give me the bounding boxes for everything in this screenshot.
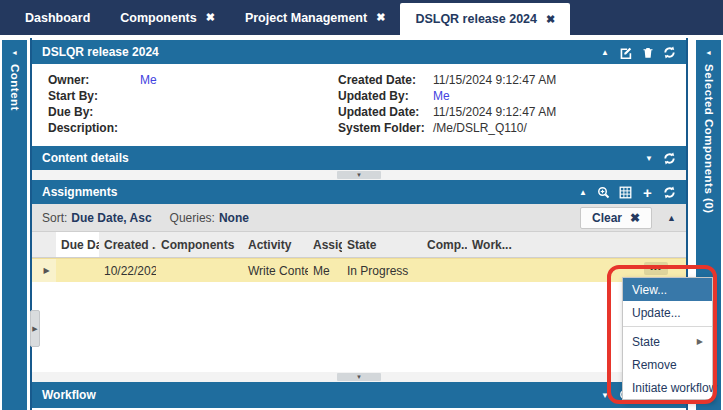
refresh-icon[interactable] bbox=[663, 46, 676, 59]
queries-label: Queries: bbox=[170, 211, 215, 225]
panel-header-content-details: Content details ▼ bbox=[32, 146, 686, 170]
col-header-due-date[interactable]: Due Date bbox=[56, 232, 99, 257]
field-label: Updated By: bbox=[338, 88, 433, 104]
content-rail-label: Content bbox=[9, 64, 21, 111]
panel-title: Workflow bbox=[42, 388, 96, 402]
sidebar-content-rail[interactable]: ◄ Content bbox=[2, 40, 27, 410]
menu-item-label: Remove bbox=[632, 358, 677, 372]
tab-project-management[interactable]: Project Management ✖ bbox=[230, 0, 400, 35]
cell-workflow bbox=[467, 259, 512, 282]
col-header-assigned[interactable]: Assig... bbox=[308, 232, 342, 257]
menu-item-remove[interactable]: Remove bbox=[623, 353, 712, 376]
menu-item-label: Update... bbox=[632, 306, 681, 320]
cell-created: 10/22/2025... bbox=[99, 259, 156, 282]
menu-item-state[interactable]: State ▶ bbox=[623, 330, 712, 353]
field-label: System Folder: bbox=[338, 120, 433, 136]
col-header-created[interactable]: Created ... bbox=[99, 232, 156, 257]
grip-arrow-icon: ▼ bbox=[356, 172, 362, 178]
main-content: DSLQR release 2024 ▲ Owner:Me Start By: … bbox=[30, 38, 688, 410]
tab-label: Project Management bbox=[245, 11, 367, 25]
assignments-table-header: Due Date Created ... Components Activity… bbox=[32, 232, 686, 258]
col-header-completed[interactable]: Comp... bbox=[422, 232, 467, 257]
refresh-icon[interactable] bbox=[663, 152, 676, 165]
clear-label: Clear bbox=[592, 211, 622, 225]
clear-button[interactable]: Clear ✖ bbox=[580, 207, 652, 229]
selected-components-label: Selected Components (0) bbox=[703, 64, 715, 214]
field-label: Due By: bbox=[48, 104, 140, 120]
project-details: Owner:Me Start By: Due By: Description: … bbox=[32, 64, 686, 144]
panel-title: Assignments bbox=[42, 185, 117, 199]
col-header-workflow[interactable]: Work... bbox=[467, 232, 512, 257]
cell-due-date bbox=[56, 259, 99, 282]
panel-header-workflow: Workflow ▼ + bbox=[32, 382, 686, 408]
zoom-icon[interactable] bbox=[597, 186, 610, 199]
sort-value[interactable]: Due Date, Asc bbox=[71, 211, 151, 225]
refresh-icon[interactable] bbox=[663, 186, 676, 199]
field-value: /Me/DSLR_Q110/ bbox=[433, 120, 527, 136]
assignments-toolbar: Sort: Due Date, Asc Queries: None Clear … bbox=[32, 204, 686, 232]
menu-item-update[interactable]: Update... bbox=[623, 301, 712, 324]
cell-state: In Progress bbox=[342, 259, 422, 282]
close-icon[interactable]: ✖ bbox=[546, 13, 555, 26]
collapse-icon[interactable]: ▲ bbox=[600, 46, 610, 59]
close-icon: ✖ bbox=[630, 211, 640, 225]
table-row[interactable]: ▶ 10/22/2025... Write Content Me In Prog… bbox=[32, 258, 686, 282]
ellipsis-glyph: ••• bbox=[650, 265, 661, 273]
row-actions-ellipsis-icon[interactable]: ••• bbox=[644, 262, 668, 275]
collapse-right-icon: ◄ bbox=[705, 48, 712, 58]
left-splitter-handle[interactable]: ▶ bbox=[30, 310, 40, 347]
row-expander-icon[interactable]: ▶ bbox=[32, 259, 56, 282]
cell-activity: Write Content bbox=[243, 259, 308, 282]
col-header-expander bbox=[32, 232, 56, 257]
panel-title: DSLQR release 2024 bbox=[42, 45, 159, 59]
add-icon[interactable]: + bbox=[641, 186, 654, 199]
tab-bar: Dashboard Components ✖ Project Managemen… bbox=[0, 0, 723, 35]
col-header-components[interactable]: Components bbox=[156, 232, 243, 257]
field-label: Description: bbox=[48, 120, 140, 136]
updated-by-link[interactable]: Me bbox=[433, 88, 450, 104]
expand-icon[interactable]: ▼ bbox=[600, 389, 610, 402]
panel-title: Content details bbox=[42, 151, 129, 165]
collapse-left-icon: ◄ bbox=[11, 48, 18, 58]
expand-icon[interactable]: ▼ bbox=[644, 152, 654, 165]
field-label: Updated Date: bbox=[338, 104, 433, 120]
menu-separator bbox=[623, 326, 712, 327]
horizontal-splitter: ▼ bbox=[32, 170, 686, 180]
menu-item-view[interactable]: View... bbox=[623, 278, 712, 301]
close-icon[interactable]: ✖ bbox=[376, 11, 385, 24]
edit-icon[interactable] bbox=[619, 46, 632, 59]
menu-item-initiate-workflow[interactable]: Initiate workflow bbox=[623, 376, 712, 399]
tab-dslqr-release-2024[interactable]: DSLQR release 2024 ✖ bbox=[400, 3, 570, 35]
submenu-arrow-icon: ▶ bbox=[697, 337, 703, 346]
splitter-grip[interactable]: ▼ bbox=[337, 373, 381, 381]
col-header-activity[interactable]: Activity bbox=[243, 232, 308, 257]
splitter-grip[interactable]: ▼ bbox=[337, 171, 381, 179]
grid-view-icon[interactable] bbox=[619, 186, 632, 199]
menu-item-label: State bbox=[632, 335, 660, 349]
field-label: Owner: bbox=[48, 72, 140, 88]
row-context-menu: View... Update... State ▶ Remove Initiat… bbox=[622, 277, 713, 400]
tab-label: DSLQR release 2024 bbox=[415, 12, 537, 26]
delete-icon[interactable] bbox=[641, 46, 654, 59]
field-value: 11/15/2024 9:12:47 AM bbox=[433, 104, 556, 120]
queries-value[interactable]: None bbox=[219, 211, 249, 225]
field-label: Created Date: bbox=[338, 72, 433, 88]
cell-completed bbox=[422, 259, 467, 282]
menu-item-label: View... bbox=[632, 283, 667, 297]
panel-header-assignments: Assignments ▲ + bbox=[32, 180, 686, 204]
close-icon[interactable]: ✖ bbox=[206, 11, 215, 24]
cell-components bbox=[156, 259, 243, 282]
collapse-icon[interactable]: ▲ bbox=[578, 186, 588, 199]
tab-label: Dashboard bbox=[25, 11, 90, 25]
toolbar-collapse-icon[interactable]: ▲ bbox=[667, 213, 676, 223]
tab-label: Components bbox=[120, 11, 196, 25]
chevron-right-icon: ▶ bbox=[32, 325, 37, 333]
col-header-filler bbox=[512, 232, 686, 257]
horizontal-splitter: ▼ bbox=[32, 372, 686, 382]
owner-link[interactable]: Me bbox=[140, 72, 157, 88]
tab-components[interactable]: Components ✖ bbox=[105, 0, 230, 35]
field-value: 11/15/2024 9:12:47 AM bbox=[433, 72, 556, 88]
col-header-state[interactable]: State bbox=[342, 232, 422, 257]
tab-dashboard[interactable]: Dashboard bbox=[10, 0, 105, 35]
panel-header-dslqr: DSLQR release 2024 ▲ bbox=[32, 40, 686, 64]
